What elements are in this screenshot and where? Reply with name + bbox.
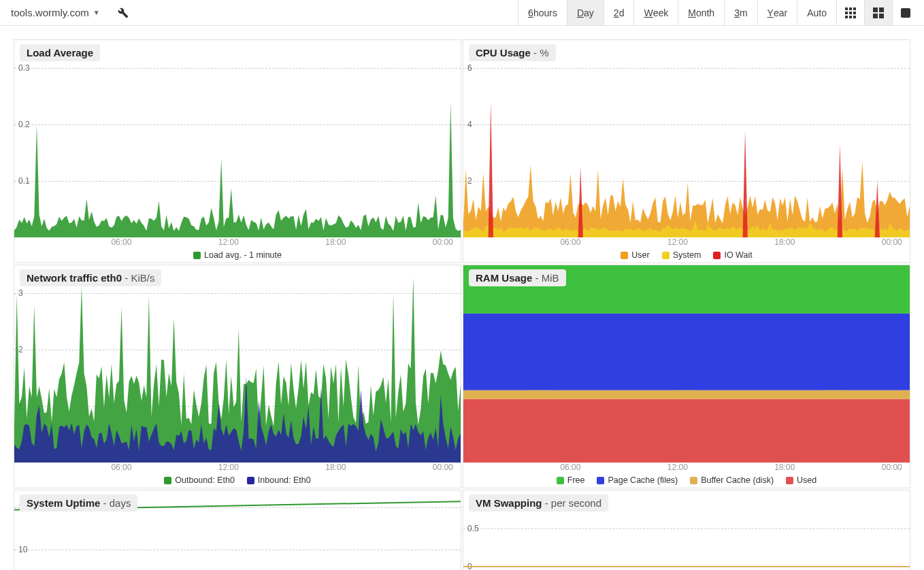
grid-2x2-icon <box>873 7 884 18</box>
svg-rect-11 <box>873 14 878 18</box>
legend-item[interactable]: User <box>621 250 649 260</box>
panel-title: Network traffic eth0 - KiB/s <box>20 269 161 286</box>
svg-rect-14 <box>463 399 910 463</box>
legend-swatch <box>193 252 201 259</box>
legend-item[interactable]: Free <box>557 475 585 485</box>
panel-network-traffic[interactable]: Network traffic eth0 - KiB/s 12306:0012:… <box>14 265 461 488</box>
svg-rect-16 <box>463 314 910 390</box>
wrench-icon <box>118 7 129 18</box>
settings-button[interactable] <box>114 3 133 22</box>
legend-label: Used <box>797 475 816 485</box>
panel-system-uptime[interactable]: System Uptime - days 1015 <box>14 490 461 570</box>
svg-rect-5 <box>853 12 856 14</box>
range-3m[interactable]: 3m <box>724 0 757 25</box>
host-selector[interactable]: tools.wormly.com ▼ <box>5 4 105 21</box>
legend: Load avg. - 1 minute <box>14 248 461 263</box>
top-bar: tools.wormly.com ▼ 6 hoursDay2dWeekMonth… <box>0 0 924 26</box>
svg-rect-7 <box>849 16 852 18</box>
legend-item[interactable]: Page Cache (files) <box>597 475 678 485</box>
range-month[interactable]: Month <box>678 0 724 25</box>
legend-swatch <box>597 477 604 484</box>
host-name: tools.wormly.com <box>11 7 89 18</box>
legend-label: Page Cache (files) <box>608 475 678 485</box>
legend-item[interactable]: Buffer Cache (disk) <box>690 475 774 485</box>
legend-label: Outbound: Eth0 <box>175 475 235 485</box>
svg-rect-10 <box>879 7 884 12</box>
svg-rect-9 <box>873 7 878 12</box>
legend: Outbound: Eth0Inbound: Eth0 <box>14 473 461 488</box>
square-icon <box>901 8 910 18</box>
legend-item[interactable]: System <box>662 250 702 260</box>
single-view-button[interactable] <box>892 0 919 25</box>
legend-label: Buffer Cache (disk) <box>701 475 774 485</box>
legend-swatch <box>786 477 793 484</box>
grid-2x2-button[interactable] <box>864 0 892 25</box>
panel-title: System Uptime - days <box>20 494 137 512</box>
range-2d[interactable]: 2d <box>604 0 634 25</box>
legend-item[interactable]: Used <box>786 475 816 485</box>
svg-rect-3 <box>845 12 848 14</box>
svg-rect-2 <box>853 7 856 10</box>
charts-grid: Load Average 0.10.20.306:0012:0018:0000:… <box>0 26 924 570</box>
legend-label: System <box>673 250 702 260</box>
panel-vm-swapping[interactable]: VM Swapping - per second 00.5 <box>463 490 910 570</box>
svg-rect-0 <box>845 7 848 10</box>
chart-area[interactable]: 20040060080006:0012:0018:0000:00 <box>463 265 910 473</box>
legend-label: User <box>631 250 649 260</box>
legend-swatch <box>690 477 697 484</box>
range-year[interactable]: Year <box>757 0 797 25</box>
legend-item[interactable]: Load avg. - 1 minute <box>193 250 282 260</box>
range-week[interactable]: Week <box>633 0 678 25</box>
legend-swatch <box>662 252 670 259</box>
chevron-down-icon: ▼ <box>93 9 100 16</box>
grid-3x3-button[interactable] <box>836 0 864 25</box>
panel-load-average[interactable]: Load Average 0.10.20.306:0012:0018:0000:… <box>14 39 461 263</box>
legend: FreePage Cache (files)Buffer Cache (disk… <box>463 473 910 488</box>
legend-swatch <box>621 252 628 259</box>
legend-label: IO Wait <box>724 250 752 260</box>
grid-3x3-icon <box>845 7 856 18</box>
svg-rect-8 <box>853 16 856 18</box>
svg-rect-12 <box>879 14 884 18</box>
range-day[interactable]: Day <box>567 0 604 25</box>
chart-area[interactable]: 0.10.20.306:0012:0018:0000:00 <box>14 40 461 248</box>
legend-swatch <box>557 477 564 484</box>
time-range-group: 6 hoursDay2dWeekMonth3mYearAuto <box>518 0 836 25</box>
legend: UserSystemIO Wait <box>463 248 910 263</box>
legend-swatch <box>713 252 721 259</box>
legend-item[interactable]: IO Wait <box>713 250 752 260</box>
chart-area[interactable]: 24606:0012:0018:0000:00 <box>463 40 910 248</box>
legend-swatch <box>164 477 171 484</box>
svg-rect-4 <box>849 12 852 14</box>
range-auto[interactable]: Auto <box>797 0 836 25</box>
panel-ram-usage[interactable]: RAM Usage - MiB 20040060080006:0012:0018… <box>463 265 910 488</box>
panel-title: Load Average <box>20 44 100 61</box>
legend-label: Inbound: Eth0 <box>258 475 311 485</box>
legend-item[interactable]: Outbound: Eth0 <box>164 475 235 485</box>
panel-title: VM Swapping - per second <box>469 494 608 512</box>
panel-title: CPU Usage - % <box>469 44 556 61</box>
svg-rect-13 <box>901 8 910 18</box>
svg-rect-6 <box>845 16 848 18</box>
chart-area[interactable]: 12306:0012:0018:0000:00 <box>14 265 461 473</box>
svg-rect-1 <box>849 7 852 10</box>
legend-label: Load avg. - 1 minute <box>204 250 282 260</box>
legend-swatch <box>247 477 254 484</box>
legend-item[interactable]: Inbound: Eth0 <box>247 475 311 485</box>
panel-cpu-usage[interactable]: CPU Usage - % 24606:0012:0018:0000:00 Us… <box>463 39 910 263</box>
legend-label: Free <box>567 475 585 485</box>
panel-title: RAM Usage - MiB <box>469 269 566 286</box>
range-6hours[interactable]: 6 hours <box>518 0 567 25</box>
